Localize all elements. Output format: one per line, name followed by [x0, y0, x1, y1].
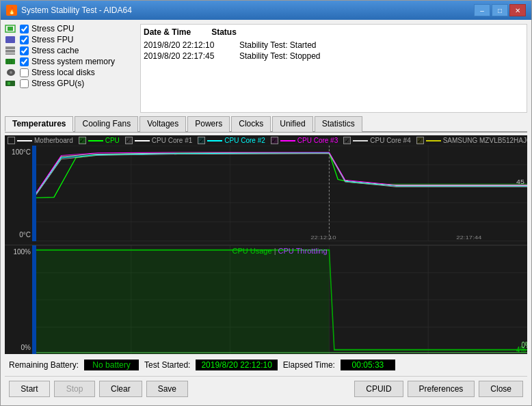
- stress-cache-item: Stress cache: [5, 46, 135, 55]
- top-section: Stress CPU Stress FPU Stress cache Stres…: [5, 24, 527, 113]
- tab-cooling-fans[interactable]: Cooling Fans: [75, 116, 138, 132]
- stress-disk-label: Stress local disks: [31, 68, 95, 77]
- close-button[interactable]: Close: [479, 381, 523, 397]
- window-title: System Stability Test - AIDA64: [21, 5, 132, 15]
- legend-core2: ✓ CPU Core #2: [198, 137, 265, 144]
- log-status-1: Stability Test: Started: [239, 40, 317, 50]
- legend-samsung-label: SAMSUNG MZVLB512HAJQ-00000: [443, 137, 527, 144]
- legend-motherboard-check[interactable]: [8, 137, 15, 144]
- log-row-1: 2019/8/20 22:12:10 Stability Test: Start…: [144, 40, 524, 51]
- stress-disk-checkbox[interactable]: [20, 68, 29, 77]
- stop-button[interactable]: Stop: [54, 381, 95, 397]
- battery-value: No battery: [84, 360, 139, 370]
- temp-y-axis: 100°C 0°C: [5, 146, 32, 241]
- gpu-icon: [5, 79, 17, 88]
- legend-cpu-label: CPU: [105, 137, 120, 144]
- cpu-chart-plot: CPU Usage | CPU Throttling: [32, 245, 527, 355]
- log-row-2: 2019/8/20 22:17:45 Stability Test: Stopp…: [144, 51, 524, 62]
- legend-samsung-check[interactable]: ✓: [416, 137, 424, 144]
- legend-core4: ✓ CPU Core #4: [343, 137, 410, 144]
- tab-voltages[interactable]: Voltages: [139, 116, 186, 132]
- start-button[interactable]: Start: [9, 381, 50, 397]
- temp-chart-plot: 45 22:12:10 22:17:44: [32, 146, 527, 241]
- minimize-button[interactable]: –: [474, 4, 490, 16]
- test-started-value: 2019/8/20 22:12:10: [196, 360, 277, 370]
- status-bar: Remaining Battery: No battery Test Start…: [5, 357, 527, 373]
- cpu-chart-body: 100% 0% CPU Usage | CPU Throttling: [5, 245, 527, 355]
- legend-cpu: ✓ CPU: [79, 137, 120, 144]
- tab-clocks[interactable]: Clocks: [231, 116, 271, 132]
- title-bar-left: 🔥 System Stability Test - AIDA64: [6, 5, 132, 16]
- svg-rect-13: [8, 82, 10, 85]
- log-header: Date & Time Status: [144, 27, 524, 37]
- cpu-throttling-label: CPU Throttling: [278, 247, 328, 255]
- legend-core1-label: CPU Core #1: [152, 137, 192, 144]
- tab-unified[interactable]: Unified: [272, 116, 312, 132]
- stress-mem-label: Stress system memory: [31, 57, 115, 66]
- svg-text:22:17:44: 22:17:44: [456, 234, 481, 240]
- legend-samsung-color: [426, 140, 441, 141]
- maximize-button[interactable]: □: [492, 4, 508, 16]
- close-window-button[interactable]: ✕: [509, 4, 526, 16]
- checkboxes-panel: Stress CPU Stress FPU Stress cache Stres…: [5, 24, 135, 113]
- stress-cpu-label: Stress CPU: [31, 24, 75, 33]
- legend-motherboard-color: [17, 140, 32, 141]
- cpu-usage-label: CPU Usage: [232, 247, 272, 255]
- temp-chart-svg: 45 22:12:10 22:17:44: [32, 146, 527, 241]
- stress-gpu-label: Stress GPU(s): [31, 79, 84, 88]
- legend-core3-label: CPU Core #3: [297, 137, 338, 144]
- legend-core2-check[interactable]: ✓: [198, 137, 205, 144]
- legend-core3-check[interactable]: ✓: [271, 137, 278, 144]
- svg-point-11: [10, 71, 12, 74]
- temp-y-max: 100°C: [6, 148, 31, 156]
- legend-cpu-color: [88, 140, 103, 141]
- tab-powers[interactable]: Powers: [187, 116, 230, 132]
- legend-core4-check[interactable]: ✓: [343, 137, 351, 144]
- svg-text:22:12:10: 22:12:10: [310, 234, 336, 240]
- legend-core1-color: [135, 140, 150, 141]
- legend-samsung: ✓ SAMSUNG MZVLB512HAJQ-00000: [416, 137, 527, 144]
- cpu-chart-svg: 4% 0%: [32, 245, 527, 355]
- svg-text:45: 45: [516, 178, 524, 185]
- save-button[interactable]: Save: [146, 381, 188, 397]
- cpu-y-axis: 100% 0%: [5, 245, 32, 355]
- stress-mem-checkbox[interactable]: [20, 57, 29, 66]
- legend-core2-label: CPU Core #2: [224, 137, 265, 144]
- stress-fpu-item: Stress FPU: [5, 35, 135, 44]
- clear-button[interactable]: Clear: [99, 381, 142, 397]
- stress-disk-item: Stress local disks: [5, 68, 135, 77]
- title-bar: 🔥 System Stability Test - AIDA64 – □ ✕: [1, 1, 531, 20]
- legend-core1-check[interactable]: ✓: [125, 137, 133, 144]
- temp-chart-body: 100°C 0°C: [5, 146, 527, 241]
- tab-statistics[interactable]: Statistics: [315, 116, 362, 132]
- cpu-y-max: 100%: [6, 248, 31, 256]
- cpu-icon: [5, 24, 17, 33]
- temp-chart-left-bar: [32, 146, 36, 241]
- legend-bar: Motherboard ✓ CPU ✓ CPU Core #1 ✓: [5, 135, 527, 146]
- stress-cpu-item: Stress CPU: [5, 24, 135, 33]
- charts-area: Motherboard ✓ CPU ✓ CPU Core #1 ✓: [5, 135, 527, 354]
- legend-core4-label: CPU Core #4: [370, 137, 410, 144]
- tab-temperatures[interactable]: Temperatures: [5, 116, 73, 132]
- svg-rect-1: [8, 27, 13, 31]
- stress-gpu-checkbox[interactable]: [20, 79, 29, 88]
- log-time-1: 2019/8/20 22:12:10: [144, 40, 226, 50]
- legend-core1: ✓ CPU Core #1: [125, 137, 192, 144]
- battery-label: Remaining Battery:: [9, 360, 79, 370]
- stress-fpu-checkbox[interactable]: [20, 36, 29, 44]
- legend-cpu-check[interactable]: ✓: [79, 137, 86, 144]
- cpu-chart-title: CPU Usage | CPU Throttling: [232, 247, 328, 255]
- stress-fpu-label: Stress FPU: [31, 35, 73, 44]
- stress-cpu-checkbox[interactable]: [20, 25, 29, 33]
- cache-icon: [5, 46, 17, 55]
- preferences-button[interactable]: Preferences: [408, 381, 475, 397]
- log-col-status: Status: [211, 27, 237, 37]
- log-status-2: Stability Test: Stopped: [239, 51, 321, 61]
- tabs-bar: Temperatures Cooling Fans Voltages Power…: [5, 116, 527, 133]
- cpuid-button[interactable]: CPUID: [354, 381, 403, 397]
- svg-rect-5: [5, 53, 15, 55]
- stress-cache-checkbox[interactable]: [20, 46, 29, 55]
- cpu-y-min: 0%: [6, 344, 31, 351]
- legend-core4-color: [353, 140, 368, 141]
- legend-motherboard: Motherboard: [8, 137, 73, 144]
